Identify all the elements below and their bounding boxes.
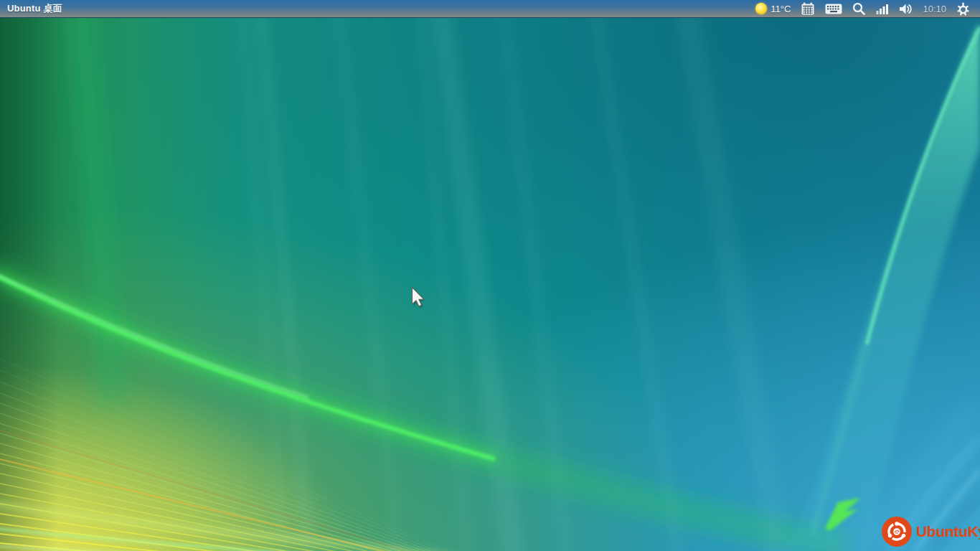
ubuntukylin-branding: UbuntuKylin <box>881 516 980 547</box>
desktop-screen: UbuntuKylin Ubuntu 桌面 11°C <box>0 0 980 551</box>
top-panel: Ubuntu 桌面 11°C <box>0 0 980 18</box>
signal-strength-icon <box>876 3 889 14</box>
clock-indicator[interactable]: 10:10 <box>918 0 951 17</box>
keyboard-indicator[interactable] <box>820 0 847 17</box>
gear-icon <box>956 2 970 16</box>
system-tray: 11°C <box>750 0 980 17</box>
calendar-indicator[interactable] <box>796 0 820 17</box>
search-indicator[interactable] <box>847 0 871 17</box>
wallpaper-aurora-image <box>0 0 980 551</box>
sun-icon <box>755 3 767 14</box>
weather-indicator[interactable]: 11°C <box>750 0 796 17</box>
keyboard-icon <box>825 4 842 14</box>
menu-label: Ubuntu 桌面 <box>7 2 62 15</box>
calendar-icon <box>801 2 815 16</box>
ubuntukylin-logo-icon <box>881 516 913 547</box>
search-icon <box>852 2 866 16</box>
speaker-icon <box>899 3 913 15</box>
brand-label: UbuntuKylin <box>916 523 980 540</box>
clock-label: 10:10 <box>923 4 946 14</box>
volume-indicator[interactable] <box>894 0 918 17</box>
temperature-label: 11°C <box>771 4 791 14</box>
mouse-cursor <box>407 283 429 309</box>
app-menu[interactable]: Ubuntu 桌面 <box>0 0 70 17</box>
network-indicator[interactable] <box>871 0 894 17</box>
session-indicator[interactable] <box>951 0 975 17</box>
